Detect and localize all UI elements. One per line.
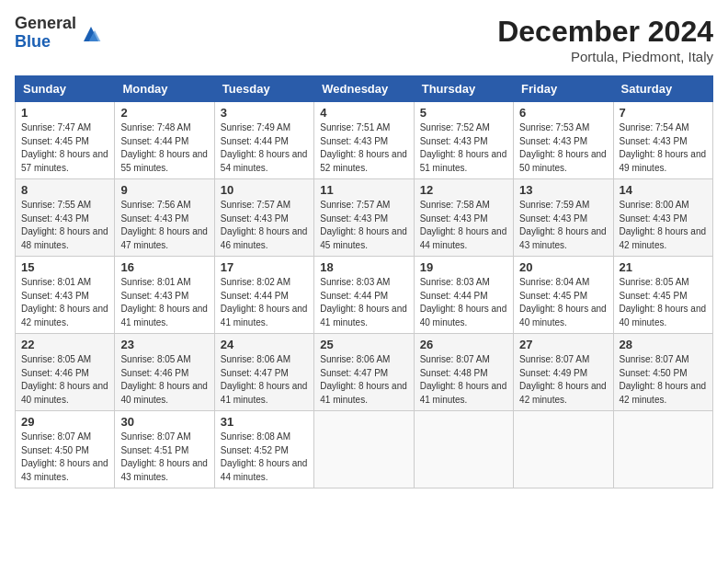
calendar-table: SundayMondayTuesdayWednesdayThursdayFrid…	[15, 75, 713, 488]
day-info: Sunrise: 7:48 AMSunset: 4:44 PMDaylight:…	[120, 121, 208, 175]
weekday-header-wednesday: Wednesday	[314, 76, 414, 102]
day-cell-31: 31Sunrise: 8:08 AMSunset: 4:52 PMDayligh…	[214, 411, 313, 488]
day-cell-24: 24Sunrise: 8:06 AMSunset: 4:47 PMDayligh…	[214, 334, 313, 411]
day-cell-2: 2Sunrise: 7:48 AMSunset: 4:44 PMDaylight…	[115, 102, 214, 179]
day-info: Sunrise: 7:52 AMSunset: 4:43 PMDaylight:…	[420, 121, 507, 175]
day-number: 3	[221, 106, 308, 120]
weekday-header-sunday: Sunday	[16, 76, 115, 102]
day-info: Sunrise: 8:02 AMSunset: 4:44 PMDaylight:…	[221, 276, 308, 329]
day-number: 21	[620, 260, 707, 274]
day-cell-9: 9Sunrise: 7:56 AMSunset: 4:43 PMDaylight…	[115, 179, 214, 257]
day-info: Sunrise: 7:51 AMSunset: 4:43 PMDaylight:…	[320, 121, 407, 175]
week-row-4: 22Sunrise: 8:05 AMSunset: 4:46 PMDayligh…	[16, 334, 713, 411]
day-info: Sunrise: 8:01 AMSunset: 4:43 PMDaylight:…	[21, 276, 108, 329]
day-info: Sunrise: 8:07 AMSunset: 4:50 PMDaylight:…	[21, 431, 108, 484]
month-title: December 2024	[497, 15, 713, 49]
day-cell-3: 3Sunrise: 7:49 AMSunset: 4:44 PMDaylight…	[214, 102, 313, 179]
day-number: 16	[120, 260, 208, 274]
day-info: Sunrise: 8:04 AMSunset: 4:45 PMDaylight:…	[519, 276, 607, 329]
day-cell-16: 16Sunrise: 8:01 AMSunset: 4:43 PMDayligh…	[115, 257, 214, 334]
empty-cell	[514, 411, 613, 488]
day-cell-18: 18Sunrise: 8:03 AMSunset: 4:44 PMDayligh…	[314, 257, 414, 334]
day-cell-25: 25Sunrise: 8:06 AMSunset: 4:47 PMDayligh…	[314, 334, 414, 411]
day-info: Sunrise: 7:56 AMSunset: 4:43 PMDaylight:…	[120, 199, 208, 252]
day-number: 18	[320, 260, 407, 274]
logo: General Blue	[15, 15, 102, 52]
day-number: 4	[320, 106, 407, 120]
day-cell-11: 11Sunrise: 7:57 AMSunset: 4:43 PMDayligh…	[314, 179, 414, 257]
day-cell-1: 1Sunrise: 7:47 AMSunset: 4:45 PMDaylight…	[16, 102, 115, 179]
day-number: 25	[320, 338, 407, 351]
logo-blue: Blue	[15, 33, 76, 52]
weekday-header-tuesday: Tuesday	[214, 76, 313, 102]
logo-icon	[80, 23, 102, 45]
day-cell-8: 8Sunrise: 7:55 AMSunset: 4:43 PMDaylight…	[16, 179, 115, 257]
day-cell-15: 15Sunrise: 8:01 AMSunset: 4:43 PMDayligh…	[16, 257, 115, 334]
day-info: Sunrise: 7:59 AMSunset: 4:43 PMDaylight:…	[519, 199, 607, 252]
day-cell-4: 4Sunrise: 7:51 AMSunset: 4:43 PMDaylight…	[314, 102, 414, 179]
day-info: Sunrise: 8:00 AMSunset: 4:43 PMDaylight:…	[620, 199, 707, 252]
day-number: 23	[120, 338, 208, 351]
weekday-header-thursday: Thursday	[414, 76, 513, 102]
day-info: Sunrise: 8:03 AMSunset: 4:44 PMDaylight:…	[320, 276, 407, 329]
day-info: Sunrise: 8:08 AMSunset: 4:52 PMDaylight:…	[221, 431, 308, 484]
empty-cell	[414, 411, 513, 488]
day-info: Sunrise: 8:07 AMSunset: 4:50 PMDaylight:…	[620, 353, 707, 407]
title-block: December 2024 Portula, Piedmont, Italy	[497, 15, 713, 64]
day-number: 7	[620, 106, 707, 120]
day-number: 10	[221, 183, 308, 197]
day-info: Sunrise: 8:01 AMSunset: 4:43 PMDaylight:…	[120, 276, 208, 329]
day-cell-10: 10Sunrise: 7:57 AMSunset: 4:43 PMDayligh…	[214, 179, 313, 257]
day-number: 6	[519, 106, 607, 120]
day-number: 17	[221, 260, 308, 274]
day-number: 29	[21, 415, 108, 429]
day-cell-20: 20Sunrise: 8:04 AMSunset: 4:45 PMDayligh…	[514, 257, 613, 334]
day-cell-5: 5Sunrise: 7:52 AMSunset: 4:43 PMDaylight…	[414, 102, 513, 179]
day-number: 31	[221, 415, 308, 429]
day-number: 8	[21, 183, 108, 197]
day-number: 1	[21, 106, 108, 120]
day-number: 11	[320, 183, 407, 197]
day-info: Sunrise: 7:57 AMSunset: 4:43 PMDaylight:…	[221, 199, 308, 252]
empty-cell	[613, 411, 712, 488]
day-number: 2	[120, 106, 208, 120]
weekday-header-friday: Friday	[514, 76, 613, 102]
day-info: Sunrise: 7:47 AMSunset: 4:45 PMDaylight:…	[21, 121, 108, 175]
page-header: General Blue December 2024 Portula, Pied…	[15, 15, 713, 64]
day-number: 15	[21, 260, 108, 274]
day-number: 26	[420, 338, 507, 351]
day-info: Sunrise: 8:05 AMSunset: 4:46 PMDaylight:…	[120, 353, 208, 407]
day-info: Sunrise: 8:06 AMSunset: 4:47 PMDaylight:…	[221, 353, 308, 407]
day-cell-26: 26Sunrise: 8:07 AMSunset: 4:48 PMDayligh…	[414, 334, 513, 411]
week-row-5: 29Sunrise: 8:07 AMSunset: 4:50 PMDayligh…	[16, 411, 713, 488]
day-cell-21: 21Sunrise: 8:05 AMSunset: 4:45 PMDayligh…	[613, 257, 712, 334]
day-number: 20	[519, 260, 607, 274]
day-cell-30: 30Sunrise: 8:07 AMSunset: 4:51 PMDayligh…	[115, 411, 214, 488]
day-number: 9	[120, 183, 208, 197]
day-number: 14	[620, 183, 707, 197]
day-cell-19: 19Sunrise: 8:03 AMSunset: 4:44 PMDayligh…	[414, 257, 513, 334]
week-row-2: 8Sunrise: 7:55 AMSunset: 4:43 PMDaylight…	[16, 179, 713, 257]
day-info: Sunrise: 7:53 AMSunset: 4:43 PMDaylight:…	[519, 121, 607, 175]
day-info: Sunrise: 8:07 AMSunset: 4:51 PMDaylight:…	[120, 431, 208, 484]
day-info: Sunrise: 7:57 AMSunset: 4:43 PMDaylight:…	[320, 199, 407, 252]
day-number: 24	[221, 338, 308, 351]
empty-cell	[314, 411, 414, 488]
day-cell-27: 27Sunrise: 8:07 AMSunset: 4:49 PMDayligh…	[514, 334, 613, 411]
day-number: 22	[21, 338, 108, 351]
week-row-3: 15Sunrise: 8:01 AMSunset: 4:43 PMDayligh…	[16, 257, 713, 334]
day-cell-7: 7Sunrise: 7:54 AMSunset: 4:43 PMDaylight…	[613, 102, 712, 179]
day-info: Sunrise: 7:54 AMSunset: 4:43 PMDaylight:…	[620, 121, 707, 175]
day-number: 13	[519, 183, 607, 197]
day-info: Sunrise: 8:06 AMSunset: 4:47 PMDaylight:…	[320, 353, 407, 407]
day-cell-29: 29Sunrise: 8:07 AMSunset: 4:50 PMDayligh…	[16, 411, 115, 488]
day-cell-23: 23Sunrise: 8:05 AMSunset: 4:46 PMDayligh…	[115, 334, 214, 411]
day-number: 30	[120, 415, 208, 429]
day-cell-13: 13Sunrise: 7:59 AMSunset: 4:43 PMDayligh…	[514, 179, 613, 257]
day-info: Sunrise: 8:05 AMSunset: 4:45 PMDaylight:…	[620, 276, 707, 329]
day-info: Sunrise: 7:58 AMSunset: 4:43 PMDaylight:…	[420, 199, 507, 252]
day-cell-28: 28Sunrise: 8:07 AMSunset: 4:50 PMDayligh…	[613, 334, 712, 411]
day-info: Sunrise: 8:07 AMSunset: 4:49 PMDaylight:…	[519, 353, 607, 407]
day-cell-17: 17Sunrise: 8:02 AMSunset: 4:44 PMDayligh…	[214, 257, 313, 334]
day-number: 12	[420, 183, 507, 197]
